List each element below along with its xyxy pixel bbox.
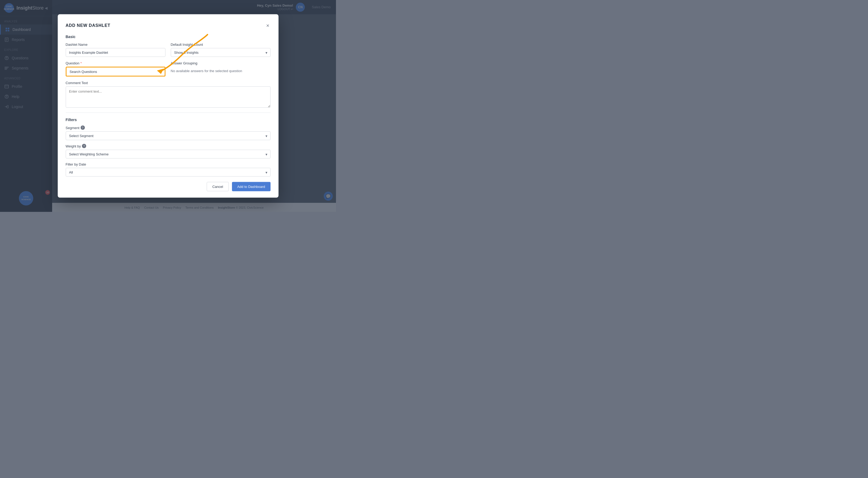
default-insight-label: Default Insight Count	[171, 42, 271, 47]
dashlet-name-input[interactable]	[66, 48, 165, 57]
default-insight-select-wrap: Show 5 Insights Show 10 Insights Show 15…	[171, 48, 271, 57]
dashlet-name-group: Dashlet Name	[66, 42, 165, 57]
segment-help-icon[interactable]: ?	[81, 126, 85, 130]
required-star: *	[81, 61, 82, 65]
segment-select[interactable]: Select Segment	[66, 131, 271, 140]
weight-select[interactable]: Select Weighting Scheme	[66, 150, 271, 159]
segment-label: Segment ?	[66, 126, 271, 130]
segment-group: Segment ? Select Segment	[66, 126, 271, 140]
question-answer-row: Question * Search Questions Answer Group…	[66, 61, 271, 77]
default-insight-group: Default Insight Count Show 5 Insights Sh…	[171, 42, 271, 57]
weight-select-wrap: Select Weighting Scheme	[66, 150, 271, 159]
question-select-wrap: Search Questions	[66, 67, 165, 77]
filter-date-select[interactable]: All Last 30 Days Last 90 Days Last Year	[66, 168, 271, 177]
add-dashlet-modal: ADD NEW DASHLET × Basic Dashlet Name Def…	[58, 14, 279, 198]
comment-textarea[interactable]	[66, 87, 271, 108]
basic-section-label: Basic	[66, 35, 271, 39]
segment-select-wrap: Select Segment	[66, 131, 271, 140]
weight-help-icon[interactable]: ?	[82, 144, 86, 148]
modal-header: ADD NEW DASHLET ×	[66, 22, 271, 29]
dashlet-name-label: Dashlet Name	[66, 42, 165, 47]
cancel-button[interactable]: Cancel	[207, 182, 228, 191]
question-group: Question * Search Questions	[66, 61, 165, 77]
question-select[interactable]: Search Questions	[66, 67, 165, 77]
add-to-dashboard-button[interactable]: Add to Dashboard	[232, 182, 271, 191]
modal-title: ADD NEW DASHLET	[66, 23, 111, 28]
question-label: Question *	[66, 61, 165, 65]
filters-section-label: Filters	[66, 118, 271, 122]
filter-date-group: Filter by Date All Last 30 Days Last 90 …	[66, 162, 271, 177]
modal-footer: Cancel Add to Dashboard	[66, 182, 271, 191]
weight-by-group: Weight by ? Select Weighting Scheme	[66, 144, 271, 159]
filter-date-label: Filter by Date	[66, 162, 271, 166]
name-insight-row: Dashlet Name Default Insight Count Show …	[66, 42, 271, 57]
answer-grouping-text: No available answers for the selected qu…	[171, 67, 271, 75]
divider	[66, 113, 271, 113]
comment-label: Comment Text	[66, 81, 271, 85]
answer-grouping-group: Answer Grouping No available answers for…	[171, 61, 271, 77]
filter-date-select-wrap: All Last 30 Days Last 90 Days Last Year	[66, 168, 271, 177]
answer-grouping-label: Answer Grouping	[171, 61, 271, 65]
modal-close-button[interactable]: ×	[265, 22, 271, 29]
comment-group: Comment Text	[66, 81, 271, 108]
default-insight-select[interactable]: Show 5 Insights Show 10 Insights Show 15…	[171, 48, 271, 57]
weight-by-label: Weight by ?	[66, 144, 271, 148]
